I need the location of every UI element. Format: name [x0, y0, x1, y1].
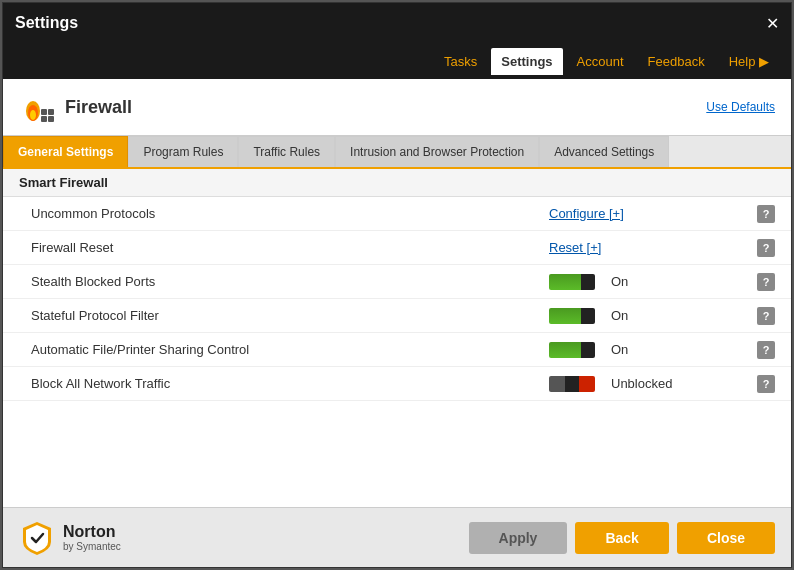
- toggle-on-side: [549, 342, 581, 358]
- title-bar: Settings ✕: [3, 3, 791, 43]
- norton-logo: Norton by Symantec: [19, 520, 121, 556]
- nav-bar: Tasks Settings Account Feedback Help ▶: [3, 43, 791, 79]
- svg-rect-5: [41, 116, 47, 122]
- header-bar: Firewall Use Defaults: [3, 79, 791, 136]
- norton-shield-icon: [19, 520, 55, 556]
- label-stateful-protocol: Stateful Protocol Filter: [31, 308, 549, 323]
- firewall-icon: [19, 89, 55, 125]
- main-window: Settings ✕ Tasks Settings Account Feedba…: [2, 2, 792, 568]
- row-firewall-reset: Firewall Reset Reset [+] ?: [3, 231, 791, 265]
- norton-text-block: Norton by Symantec: [63, 523, 121, 552]
- toggle-knob: [581, 274, 595, 290]
- row-stateful-protocol: Stateful Protocol Filter On ?: [3, 299, 791, 333]
- footer-buttons: Apply Back Close: [469, 522, 775, 554]
- toggle-stateful-protocol[interactable]: [549, 308, 595, 324]
- toggle-knob: [581, 342, 595, 358]
- toggle-knob: [565, 376, 579, 392]
- svg-rect-3: [41, 109, 47, 115]
- tab-advanced-settings[interactable]: Advanced Settings: [539, 136, 669, 167]
- label-stealth-blocked: Stealth Blocked Ports: [31, 274, 549, 289]
- control-stateful-protocol[interactable]: On: [549, 308, 749, 324]
- help-block-all-traffic[interactable]: ?: [757, 375, 775, 393]
- tab-program-rules[interactable]: Program Rules: [128, 136, 238, 167]
- header-left: Firewall: [19, 89, 132, 125]
- nav-settings[interactable]: Settings: [491, 48, 562, 75]
- apply-button[interactable]: Apply: [469, 522, 568, 554]
- nav-feedback[interactable]: Feedback: [638, 48, 715, 75]
- control-uncommon-protocols: Configure [+]: [549, 206, 749, 221]
- toggle-on-side: [549, 274, 581, 290]
- toggle-red-right: [579, 376, 595, 392]
- control-auto-file-sharing[interactable]: On: [549, 342, 749, 358]
- use-defaults-link[interactable]: Use Defaults: [706, 100, 775, 114]
- toggle-knob: [581, 308, 595, 324]
- control-block-all-traffic[interactable]: Unblocked: [549, 376, 749, 392]
- nav-tasks[interactable]: Tasks: [434, 48, 487, 75]
- row-auto-file-sharing: Automatic File/Printer Sharing Control O…: [3, 333, 791, 367]
- back-button[interactable]: Back: [575, 522, 668, 554]
- status-auto-file-sharing: On: [611, 342, 628, 357]
- help-auto-file-sharing[interactable]: ?: [757, 341, 775, 359]
- window-title: Settings: [15, 14, 78, 32]
- label-uncommon-protocols: Uncommon Protocols: [31, 206, 549, 221]
- toggle-on-side: [549, 308, 581, 324]
- tabs-bar: General Settings Program Rules Traffic R…: [3, 136, 791, 169]
- toggle-block-all-traffic[interactable]: [549, 376, 595, 392]
- row-stealth-blocked: Stealth Blocked Ports On ?: [3, 265, 791, 299]
- norton-sub-label: by Symantec: [63, 541, 121, 552]
- section-header: Smart Firewall: [3, 169, 791, 197]
- reset-link[interactable]: Reset [+]: [549, 240, 601, 255]
- firewall-title: Firewall: [65, 97, 132, 118]
- tab-general-settings[interactable]: General Settings: [3, 136, 128, 167]
- help-stealth-blocked[interactable]: ?: [757, 273, 775, 291]
- norton-brand-name: Norton: [63, 523, 121, 541]
- svg-point-2: [30, 110, 36, 120]
- svg-rect-6: [48, 116, 54, 122]
- control-firewall-reset: Reset [+]: [549, 240, 749, 255]
- settings-content: Smart Firewall Uncommon Protocols Config…: [3, 169, 791, 507]
- row-block-all-traffic: Block All Network Traffic Unblocked ?: [3, 367, 791, 401]
- help-stateful-protocol[interactable]: ?: [757, 307, 775, 325]
- toggle-off-left: [549, 376, 565, 392]
- tab-intrusion[interactable]: Intrusion and Browser Protection: [335, 136, 539, 167]
- row-uncommon-protocols: Uncommon Protocols Configure [+] ?: [3, 197, 791, 231]
- configure-link[interactable]: Configure [+]: [549, 206, 624, 221]
- status-stealth-blocked: On: [611, 274, 628, 289]
- nav-account[interactable]: Account: [567, 48, 634, 75]
- status-block-all-traffic: Unblocked: [611, 376, 672, 391]
- footer: Norton by Symantec Apply Back Close: [3, 507, 791, 567]
- close-window-button[interactable]: ✕: [766, 14, 779, 33]
- svg-rect-4: [48, 109, 54, 115]
- help-uncommon-protocols[interactable]: ?: [757, 205, 775, 223]
- toggle-stealth-blocked[interactable]: [549, 274, 595, 290]
- label-auto-file-sharing: Automatic File/Printer Sharing Control: [31, 342, 549, 357]
- toggle-auto-file-sharing[interactable]: [549, 342, 595, 358]
- label-block-all-traffic: Block All Network Traffic: [31, 376, 549, 391]
- label-firewall-reset: Firewall Reset: [31, 240, 549, 255]
- status-stateful-protocol: On: [611, 308, 628, 323]
- nav-help[interactable]: Help ▶: [719, 48, 779, 75]
- help-firewall-reset[interactable]: ?: [757, 239, 775, 257]
- tab-traffic-rules[interactable]: Traffic Rules: [238, 136, 335, 167]
- control-stealth-blocked[interactable]: On: [549, 274, 749, 290]
- close-button[interactable]: Close: [677, 522, 775, 554]
